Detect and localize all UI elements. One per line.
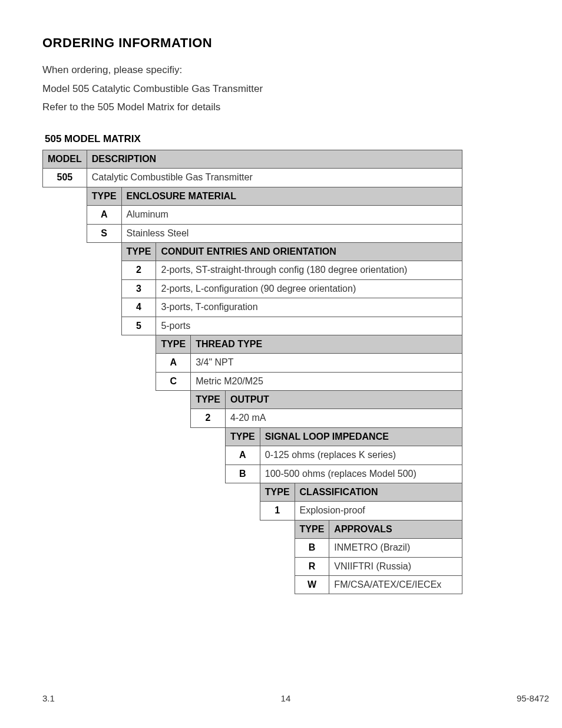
hdr-type: TYPE bbox=[156, 335, 191, 353]
hdr-impedance: SIGNAL LOOP IMPEDANCE bbox=[260, 427, 462, 446]
intro-line: Refer to the 505 Model Matrix for detail… bbox=[42, 100, 520, 114]
impedance-desc: 0-125 ohms (replaces K series) bbox=[260, 446, 462, 465]
hdr-approvals: APPROVALS bbox=[329, 520, 462, 538]
page-footer: 3.1 14 95-8472 bbox=[42, 692, 549, 704]
footer-left: 3.1 bbox=[42, 692, 55, 704]
model-code: 505 bbox=[43, 169, 87, 187]
thread-desc: Metric M20/M25 bbox=[191, 372, 462, 390]
hdr-thread: THREAD TYPE bbox=[191, 335, 462, 353]
approvals-desc: VNIIFTRI (Russia) bbox=[329, 557, 462, 575]
matrix-table: MODEL DESCRIPTION 505 Catalytic Combusti… bbox=[42, 150, 462, 594]
hdr-output: OUTPUT bbox=[225, 391, 462, 409]
intro-block: When ordering, please specifiy: Model 50… bbox=[42, 63, 520, 114]
impedance-code: A bbox=[225, 446, 260, 465]
conduit-code: 4 bbox=[121, 298, 156, 317]
intro-line: When ordering, please specifiy: bbox=[42, 63, 520, 77]
approvals-code: B bbox=[295, 539, 329, 557]
hdr-type: TYPE bbox=[191, 391, 226, 409]
conduit-code: 5 bbox=[121, 317, 156, 335]
hdr-classification: CLASSIFICATION bbox=[295, 483, 462, 502]
approvals-desc: FM/CSA/ATEX/CE/IECEx bbox=[329, 575, 462, 594]
matrix-title: 505 MODEL MATRIX bbox=[45, 132, 520, 146]
enclosure-desc: Aluminum bbox=[121, 206, 462, 224]
model-matrix: 505 MODEL MATRIX MODEL DESCRIPTION 505 C… bbox=[42, 132, 520, 594]
hdr-type: TYPE bbox=[225, 427, 260, 446]
conduit-code: 2 bbox=[121, 261, 156, 279]
impedance-code: B bbox=[225, 465, 260, 483]
enclosure-code: A bbox=[87, 206, 121, 224]
footer-center: 14 bbox=[281, 692, 291, 704]
approvals-code: W bbox=[295, 575, 329, 594]
enclosure-desc: Stainless Steel bbox=[121, 224, 462, 242]
conduit-code: 3 bbox=[121, 279, 156, 298]
intro-line: Model 505 Catalytic Combustible Gas Tran… bbox=[42, 82, 520, 96]
approvals-code: R bbox=[295, 557, 329, 575]
classification-desc: Explosion-proof bbox=[295, 502, 462, 520]
thread-desc: 3/4" NPT bbox=[191, 354, 462, 372]
hdr-conduit: CONDUIT ENTRIES AND ORIENTATION bbox=[156, 242, 462, 261]
thread-code: A bbox=[156, 354, 191, 372]
conduit-desc: 3-ports, T-configuration bbox=[156, 298, 462, 317]
thread-code: C bbox=[156, 372, 191, 390]
hdr-type: TYPE bbox=[260, 483, 295, 502]
page: ORDERING INFORMATION When ordering, plea… bbox=[0, 0, 562, 728]
hdr-type: TYPE bbox=[87, 187, 121, 205]
hdr-type: TYPE bbox=[121, 242, 156, 261]
approvals-desc: INMETRO (Brazil) bbox=[329, 539, 462, 557]
impedance-desc: 100-500 ohms (replaces Model 500) bbox=[260, 465, 462, 483]
footer-right: 95-8472 bbox=[517, 692, 549, 704]
conduit-desc: 2-ports, ST-straight-through config (180… bbox=[156, 261, 462, 279]
conduit-desc: 5-ports bbox=[156, 317, 462, 335]
conduit-desc: 2-ports, L-configuration (90 degree orie… bbox=[156, 279, 462, 298]
model-desc: Catalytic Combustible Gas Transmitter bbox=[87, 169, 462, 187]
hdr-model: MODEL bbox=[43, 150, 87, 168]
classification-code: 1 bbox=[260, 502, 295, 520]
hdr-enclosure: ENCLOSURE MATERIAL bbox=[121, 187, 462, 205]
enclosure-code: S bbox=[87, 224, 121, 242]
output-code: 2 bbox=[191, 409, 226, 427]
hdr-type: TYPE bbox=[295, 520, 329, 538]
hdr-description: DESCRIPTION bbox=[87, 150, 462, 168]
output-desc: 4-20 mA bbox=[225, 409, 462, 427]
section-heading: ORDERING INFORMATION bbox=[42, 34, 520, 52]
